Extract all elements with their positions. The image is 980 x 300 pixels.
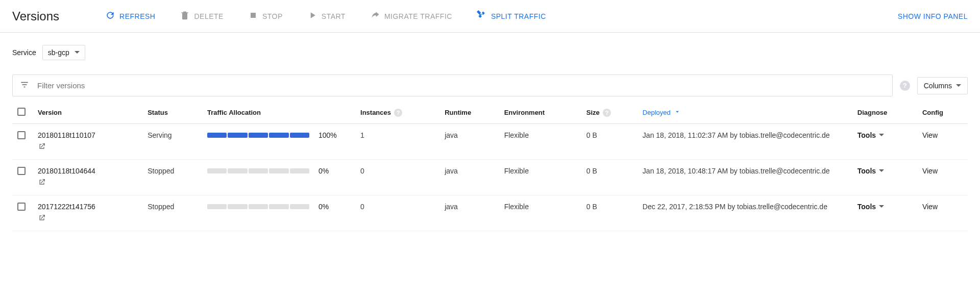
svg-rect-0	[251, 13, 256, 18]
view-link[interactable]: View	[922, 167, 938, 175]
play-icon	[307, 10, 317, 22]
filter-box	[12, 74, 893, 96]
environment-cell: Flexible	[499, 195, 581, 231]
service-dropdown[interactable]: sb-gcp	[42, 45, 85, 60]
help-icon[interactable]: ?	[603, 109, 611, 117]
delete-button[interactable]: DELETE	[175, 6, 228, 26]
columns-label: Columns	[924, 82, 952, 90]
status-cell: Stopped	[142, 195, 202, 231]
version-id[interactable]: 20180118t104644	[38, 167, 137, 175]
split-icon	[477, 10, 487, 22]
service-selected: sb-gcp	[48, 48, 69, 57]
table-row: 20171222t141756Stopped0%0javaFlexible0 B…	[12, 195, 968, 231]
share-arrow-icon	[370, 10, 380, 22]
col-version[interactable]: Version	[33, 102, 142, 124]
size-cell: 0 B	[581, 195, 638, 231]
stop-icon	[248, 10, 258, 22]
row-checkbox[interactable]	[17, 203, 26, 211]
stop-label: STOP	[262, 12, 283, 20]
select-all-checkbox[interactable]	[17, 108, 26, 116]
tools-dropdown[interactable]: Tools	[857, 131, 884, 139]
chevron-down-icon	[956, 84, 961, 89]
migrate-label: MIGRATE TRAFFIC	[384, 12, 452, 20]
environment-cell: Flexible	[499, 160, 581, 195]
start-label: START	[322, 12, 346, 20]
status-cell: Stopped	[142, 160, 202, 195]
row-checkbox[interactable]	[17, 131, 26, 139]
columns-dropdown[interactable]: Columns	[917, 77, 968, 94]
filter-input[interactable]	[36, 81, 885, 90]
external-link-icon[interactable]	[38, 178, 137, 188]
col-diagnose[interactable]: Diagnose	[852, 102, 917, 124]
deployed-cell: Jan 18, 2018, 10:48:17 AM by tobias.trel…	[638, 160, 852, 195]
chevron-down-icon	[879, 205, 884, 210]
tools-dropdown[interactable]: Tools	[857, 167, 884, 175]
col-instances[interactable]: Instances ?	[355, 102, 439, 124]
show-info-panel-button[interactable]: SHOW INFO PANEL	[898, 12, 968, 20]
external-link-icon[interactable]	[38, 142, 137, 152]
col-environment[interactable]: Environment	[499, 102, 581, 124]
refresh-button[interactable]: REFRESH	[100, 6, 160, 26]
trash-icon	[180, 10, 190, 22]
col-runtime[interactable]: Runtime	[439, 102, 499, 124]
traffic-percent: 0%	[318, 167, 341, 175]
migrate-traffic-button[interactable]: MIGRATE TRAFFIC	[365, 6, 457, 26]
size-cell: 0 B	[581, 124, 638, 160]
view-link[interactable]: View	[922, 203, 938, 211]
deployed-cell: Dec 22, 2017, 2:18:53 PM by tobias.trell…	[638, 195, 852, 231]
stop-button[interactable]: STOP	[243, 6, 288, 26]
tools-dropdown[interactable]: Tools	[857, 203, 884, 211]
runtime-cell: java	[439, 195, 499, 231]
col-config[interactable]: Config	[917, 102, 968, 124]
col-deployed[interactable]: Deployed	[638, 102, 852, 124]
row-checkbox[interactable]	[17, 167, 26, 175]
traffic-percent: 100%	[318, 131, 341, 139]
size-cell: 0 B	[581, 160, 638, 195]
external-link-icon[interactable]	[38, 214, 137, 223]
service-selector-row: Service sb-gcp	[12, 45, 968, 60]
toolbar: Versions REFRESH DELETE STOP START MIGRA…	[0, 0, 980, 33]
environment-cell: Flexible	[499, 124, 581, 160]
version-id[interactable]: 20171222t141756	[38, 203, 137, 211]
start-button[interactable]: START	[302, 6, 351, 26]
service-label: Service	[12, 48, 36, 57]
col-status[interactable]: Status	[142, 102, 202, 124]
chevron-down-icon	[75, 51, 80, 56]
split-traffic-button[interactable]: SPLIT TRAFFIC	[472, 6, 551, 26]
delete-label: DELETE	[194, 12, 223, 20]
col-traffic[interactable]: Traffic Allocation	[202, 102, 355, 124]
runtime-cell: java	[439, 160, 499, 195]
instances-cell[interactable]: 0	[355, 160, 439, 195]
col-deployed-label: Deployed	[643, 109, 671, 116]
sort-desc-icon	[674, 108, 681, 117]
traffic-percent: 0%	[318, 203, 341, 211]
chevron-down-icon	[879, 169, 884, 174]
traffic-bar	[207, 204, 309, 209]
traffic-bar	[207, 133, 309, 138]
help-icon[interactable]: ?	[394, 109, 402, 117]
filter-icon	[20, 80, 29, 91]
instances-cell[interactable]: 0	[355, 195, 439, 231]
runtime-cell: java	[439, 124, 499, 160]
status-cell: Serving	[142, 124, 202, 160]
table-row: 20180118t104644Stopped0%0javaFlexible0 B…	[12, 160, 968, 195]
chevron-down-icon	[879, 134, 884, 139]
page-title: Versions	[12, 9, 59, 23]
split-label: SPLIT TRAFFIC	[491, 12, 546, 20]
version-id[interactable]: 20180118t110107	[38, 131, 137, 139]
col-size[interactable]: Size ?	[581, 102, 638, 124]
deployed-cell: Jan 18, 2018, 11:02:37 AM by tobias.trel…	[638, 124, 852, 160]
col-size-label: Size	[586, 109, 600, 116]
col-instances-label: Instances	[360, 109, 391, 116]
table-row: 20180118t110107Serving100%1javaFlexible0…	[12, 124, 968, 160]
instances-cell[interactable]: 1	[355, 124, 439, 160]
refresh-label: REFRESH	[119, 12, 155, 20]
refresh-icon	[105, 10, 115, 22]
versions-table: Version Status Traffic Allocation Instan…	[12, 102, 968, 231]
help-icon[interactable]: ?	[900, 81, 910, 91]
view-link[interactable]: View	[922, 131, 938, 139]
traffic-bar	[207, 168, 309, 173]
